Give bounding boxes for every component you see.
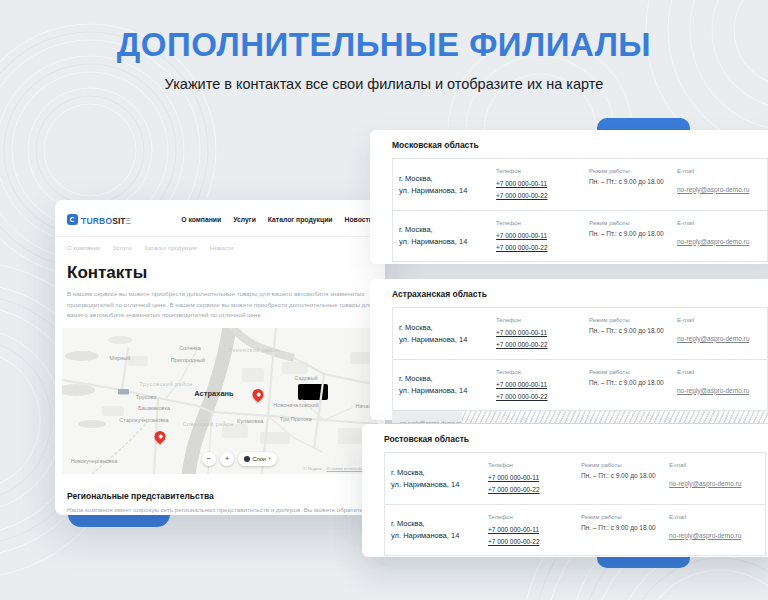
region-title: Московская область — [392, 140, 768, 150]
hero-title: ДОПОЛНИТЕЛЬНЫЕ ФИЛИАЛЫ — [0, 26, 768, 64]
branch-phone-col: Телефон +7 000 000-00-11 +7 000 000-00-2… — [496, 168, 589, 210]
map-controls: − + Слои ▾ — [202, 452, 277, 466]
branch-row: г. Москва, ул. Нариманова, 14 Телефон +7… — [393, 210, 767, 261]
branch-address: г. Москва, ул. Нариманова, 14 — [399, 322, 496, 354]
hours-label: Режим работы — [589, 220, 677, 226]
nav-item[interactable]: Каталог продукции — [268, 216, 333, 223]
site-logo[interactable]: TURBOSITΞ — [67, 210, 131, 228]
nav-item[interactable]: Новости — [345, 216, 374, 223]
email-label: E-mail — [677, 168, 767, 174]
hours-label: Режим работы — [589, 168, 677, 174]
phone-link[interactable]: +7 000 000-00-22 — [496, 391, 589, 403]
page-title: Контакты — [67, 263, 373, 283]
region-title: Ростовская область — [384, 434, 766, 444]
map-zoom-in-button[interactable]: + — [220, 452, 234, 466]
map-place-label: Солянка — [179, 345, 201, 351]
branch-row: г. Москва, ул. Нариманова, 14 Телефон +7… — [393, 159, 767, 210]
branch-email-col: E-mail no-reply@aspro-demo.ru — [677, 220, 767, 261]
email-label: E-mail — [677, 317, 767, 323]
nav-item[interactable]: О компании — [181, 216, 221, 223]
phone-link[interactable]: +7 000 000-00-11 — [496, 178, 589, 190]
phone-link[interactable]: +7 000 000-00-22 — [488, 484, 581, 496]
branch-table: г. Москва, ул. Нариманова, 14 Телефон +7… — [392, 158, 768, 262]
phone-link[interactable]: +7 000 000-00-11 — [488, 472, 581, 484]
branch-phone-col: Телефон +7 000 000-00-11 +7 000 000-00-2… — [496, 317, 589, 359]
region-card: Ростовская область г. Москва, ул. Нарима… — [362, 424, 768, 557]
email-label: E-mail — [669, 514, 765, 520]
phone-label: Телефон — [496, 220, 589, 226]
branch-phone-col: Телефон +7 000 000-00-11 +7 000 000-00-2… — [496, 369, 589, 410]
branch-row: г. Москва, ул. Нариманова, 14 Телефон +7… — [385, 504, 765, 555]
map-place-label: Пригородный — [171, 357, 205, 363]
hours-value: Пн. – Пт.: с 9.00 до 18.00 — [589, 230, 677, 237]
email-link[interactable]: no-reply@aspro-demo.ru — [400, 418, 461, 423]
branch-table: г. Москва, ул. Нариманова, 14 Телефон +7… — [392, 307, 768, 411]
branch-address: г. Москва, ул. Нариманова, 14 — [399, 224, 496, 256]
map[interactable]: СолянкаМирныйПригородныйЛенинский районС… — [62, 328, 378, 474]
layers-icon — [244, 456, 250, 462]
intro-text: В нашем сервисе вы можете приобрести доп… — [67, 289, 373, 321]
branch-email-col: E-mail no-reply@aspro-demo.ru — [677, 317, 767, 359]
map-place-label: Кулаковка — [237, 418, 263, 424]
map-place-label: Башмаковка — [138, 405, 170, 411]
email-link[interactable]: no-reply@aspro-demo.ru — [669, 480, 741, 487]
phone-link[interactable]: +7 000 000-00-11 — [488, 524, 581, 536]
breadcrumb-item[interactable]: Каталог продукции — [145, 245, 198, 251]
map-place-label: Новоначаловский — [273, 402, 318, 408]
phone-link[interactable]: +7 000 000-00-22 — [488, 536, 581, 548]
branch-phone-col: Телефон +7 000 000-00-11 +7 000 000-00-2… — [488, 514, 581, 555]
map-place-label: Старокучергановка — [119, 417, 168, 423]
phone-link[interactable]: +7 000 000-00-11 — [496, 379, 589, 391]
breadcrumb-item[interactable]: Услуги — [113, 245, 131, 251]
breadcrumb-item[interactable]: Новости — [210, 245, 233, 251]
layers-label: Слои — [253, 456, 266, 462]
hours-value: Пн. – Пт.: с 9.00 до 18.00 — [581, 524, 669, 531]
branch-address: г. Москва, ул. Нариманова, 14 — [399, 173, 496, 205]
phone-link[interactable]: +7 000 000-00-22 — [496, 242, 589, 254]
main-nav: О компанииУслугиКаталог продукцииНовости — [181, 216, 373, 223]
phone-label: Телефон — [496, 369, 589, 375]
breadcrumb-item[interactable]: О компании — [67, 245, 100, 251]
map-place-label: Ленинский район — [228, 347, 279, 353]
region-title: Астраханская область — [392, 289, 768, 299]
branch-table: г. Москва, ул. Нариманова, 14 Телефон +7… — [384, 452, 766, 556]
branch-email-col: E-mail no-reply@aspro-demo.ru — [677, 168, 767, 210]
map-city-label: Астрахань — [194, 388, 233, 397]
region-card: Астраханская область г. Москва, ул. Нари… — [370, 279, 768, 420]
phone-link[interactable]: +7 000 000-00-11 — [496, 327, 589, 339]
hours-label: Режим работы — [589, 369, 677, 375]
hours-label: Режим работы — [581, 514, 669, 520]
logo-text: TURBOSITΞ — [81, 210, 131, 228]
branch-address: г. Москва, ул. Нариманова, 14 — [391, 518, 488, 550]
map-copyright: © Яндекс — [303, 466, 322, 471]
phone-link[interactable]: +7 000 000-00-22 — [496, 339, 589, 351]
map-place-label: Садовый — [294, 375, 317, 381]
regional-text: Наша компания имеет широкую сеть региона… — [67, 505, 373, 515]
map-layers-button[interactable]: Слои ▾ — [238, 452, 277, 466]
map-zoom-out-button[interactable]: − — [202, 452, 216, 466]
hours-label: Режим работы — [581, 462, 669, 468]
branch-address: г. Москва, ул. Нариманова, 14 — [399, 373, 496, 405]
hours-value: Пн. – Пт.: с 9.00 до 18.00 — [589, 327, 677, 334]
email-label: E-mail — [677, 220, 767, 226]
hours-value: Пн. – Пт.: с 9.00 до 18.00 — [589, 379, 677, 386]
branch-address: г. Москва, ул. Нариманова, 14 — [391, 467, 488, 499]
phone-link[interactable]: +7 000 000-00-22 — [496, 190, 589, 202]
nav-item[interactable]: Услуги — [233, 216, 256, 223]
phone-label: Телефон — [488, 462, 581, 468]
phone-label: Телефон — [496, 168, 589, 174]
email-link[interactable]: no-reply@aspro-demo.ru — [677, 186, 749, 193]
branch-hours-col: Режим работы Пн. – Пт.: с 9.00 до 18.00 — [581, 514, 669, 555]
site-header: TURBOSITΞ О компанииУслугиКаталог продук… — [55, 200, 385, 237]
email-link[interactable]: no-reply@aspro-demo.ru — [677, 335, 749, 342]
branch-row: г. Москва, ул. Нариманова, 14 Телефон +7… — [385, 453, 765, 504]
email-link[interactable]: no-reply@aspro-demo.ru — [669, 532, 741, 539]
branch-phone-col: Телефон +7 000 000-00-11 +7 000 000-00-2… — [488, 462, 581, 504]
turbosite-logo-icon — [67, 214, 78, 225]
phone-link[interactable]: +7 000 000-00-11 — [496, 230, 589, 242]
caret-down-icon: ▾ — [268, 456, 270, 461]
region-card: Московская область г. Москва, ул. Нарима… — [370, 130, 768, 264]
email-link[interactable]: no-reply@aspro-demo.ru — [677, 238, 749, 245]
email-link[interactable]: no-reply@aspro-demo.ru — [677, 387, 749, 394]
map-place-label: Советский район — [183, 421, 234, 427]
